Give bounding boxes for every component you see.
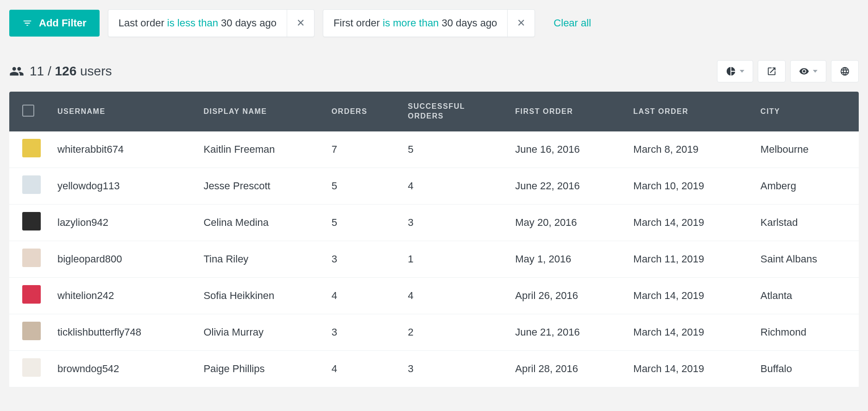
table-header-row: USERNAME DISPLAY NAME ORDERS SUCCESSFUL … xyxy=(9,92,859,131)
avatar xyxy=(22,139,41,157)
cell-city: Melbourne xyxy=(752,131,859,168)
filter-chip-text: Last order is less than 30 days ago xyxy=(108,10,287,37)
visibility-button[interactable] xyxy=(790,60,826,82)
add-filter-button[interactable]: Add Filter xyxy=(9,10,100,37)
table-row[interactable]: whiterabbit674Kaitlin Freeman75June 16, … xyxy=(9,131,859,168)
users-total-count: 126 xyxy=(55,64,77,78)
cell-city: Amberg xyxy=(752,168,859,204)
cell-first-order: June 22, 2016 xyxy=(507,168,625,204)
chart-view-button[interactable] xyxy=(717,60,753,82)
filter-icon xyxy=(22,18,32,28)
cell-first-order: May 20, 2016 xyxy=(507,204,625,241)
column-header-last-order[interactable]: LAST ORDER xyxy=(625,92,752,131)
cell-orders: 5 xyxy=(323,204,400,241)
cell-last-order: March 8, 2019 xyxy=(625,131,752,168)
column-header-username[interactable]: USERNAME xyxy=(49,92,195,131)
users-suffix: users xyxy=(80,64,112,78)
chevron-down-icon xyxy=(740,70,744,73)
cell-successful-orders: 3 xyxy=(400,204,507,241)
avatar xyxy=(22,249,41,267)
filter-chip-close-button[interactable]: ✕ xyxy=(287,18,314,28)
cell-username: whiterabbit674 xyxy=(49,131,195,168)
cell-city: Richmond xyxy=(752,314,859,350)
column-header-orders[interactable]: ORDERS xyxy=(323,92,400,131)
cell-last-order: March 14, 2019 xyxy=(625,314,752,350)
cell-first-order: May 1, 2016 xyxy=(507,241,625,277)
clear-all-button[interactable]: Clear all xyxy=(551,17,594,30)
cell-successful-orders: 1 xyxy=(400,241,507,277)
cell-successful-orders: 4 xyxy=(400,277,507,314)
users-shown-count: 11 xyxy=(30,64,44,78)
export-icon xyxy=(767,66,777,76)
cell-first-order: April 28, 2016 xyxy=(507,350,625,387)
cell-username: bigleopard800 xyxy=(49,241,195,277)
close-icon: ✕ xyxy=(517,17,525,29)
cell-display-name: Olivia Murray xyxy=(195,314,323,350)
select-all-checkbox[interactable] xyxy=(22,105,34,117)
cell-orders: 4 xyxy=(323,277,400,314)
column-header-successful-orders[interactable]: SUCCESSFUL ORDERS xyxy=(400,92,507,131)
cell-last-order: March 14, 2019 xyxy=(625,204,752,241)
column-header-display-name[interactable]: DISPLAY NAME xyxy=(195,92,323,131)
table-row[interactable]: bigleopard800Tina Riley31May 1, 2016Marc… xyxy=(9,241,859,277)
table-row[interactable]: browndog542Paige Phillips43April 28, 201… xyxy=(9,350,859,387)
cell-last-order: March 14, 2019 xyxy=(625,277,752,314)
cell-display-name: Jesse Prescott xyxy=(195,168,323,204)
cell-orders: 7 xyxy=(323,131,400,168)
cell-orders: 3 xyxy=(323,241,400,277)
cell-display-name: Tina Riley xyxy=(195,241,323,277)
filter-chip-close-button[interactable]: ✕ xyxy=(508,18,535,28)
cell-orders: 4 xyxy=(323,350,400,387)
count-row: 11 / 126 users xyxy=(9,60,859,82)
cell-display-name: Celina Medina xyxy=(195,204,323,241)
avatar xyxy=(22,212,41,230)
cell-display-name: Paige Phillips xyxy=(195,350,323,387)
cell-display-name: Kaitlin Freeman xyxy=(195,131,323,168)
users-table: USERNAME DISPLAY NAME ORDERS SUCCESSFUL … xyxy=(9,92,859,387)
cell-orders: 3 xyxy=(323,314,400,350)
cell-successful-orders: 5 xyxy=(400,131,507,168)
chevron-down-icon xyxy=(813,70,818,73)
avatar xyxy=(22,322,41,340)
avatar xyxy=(22,175,41,194)
filter-chip-last-order[interactable]: Last order is less than 30 days ago ✕ xyxy=(108,9,314,37)
filter-bar: Add Filter Last order is less than 30 da… xyxy=(9,9,859,37)
cell-successful-orders: 2 xyxy=(400,314,507,350)
cell-username: whitelion242 xyxy=(49,277,195,314)
cell-city: Buffalo xyxy=(752,350,859,387)
avatar xyxy=(22,358,41,377)
cell-username: browndog542 xyxy=(49,350,195,387)
cell-successful-orders: 3 xyxy=(400,350,507,387)
cell-last-order: March 11, 2019 xyxy=(625,241,752,277)
pie-chart-icon xyxy=(726,66,736,76)
cell-city: Atlanta xyxy=(752,277,859,314)
column-header-city[interactable]: CITY xyxy=(752,92,859,131)
add-filter-label: Add Filter xyxy=(39,17,87,29)
cell-last-order: March 10, 2019 xyxy=(625,168,752,204)
cell-city: Karlstad xyxy=(752,204,859,241)
users-icon xyxy=(9,64,24,79)
cell-display-name: Sofia Heikkinen xyxy=(195,277,323,314)
table-row[interactable]: whitelion242Sofia Heikkinen44April 26, 2… xyxy=(9,277,859,314)
eye-icon xyxy=(799,66,809,76)
cell-successful-orders: 4 xyxy=(400,168,507,204)
cell-last-order: March 14, 2019 xyxy=(625,350,752,387)
cell-username: ticklishbutterfly748 xyxy=(49,314,195,350)
cell-first-order: June 16, 2016 xyxy=(507,131,625,168)
filter-chip-first-order[interactable]: First order is more than 30 days ago ✕ xyxy=(323,9,535,37)
table-row[interactable]: yellowdog113Jesse Prescott54June 22, 201… xyxy=(9,168,859,204)
avatar xyxy=(22,285,41,304)
cell-orders: 5 xyxy=(323,168,400,204)
cell-username: yellowdog113 xyxy=(49,168,195,204)
table-row[interactable]: lazylion942Celina Medina53May 20, 2016Ma… xyxy=(9,204,859,241)
cell-city: Saint Albans xyxy=(752,241,859,277)
table-row[interactable]: ticklishbutterfly748Olivia Murray32June … xyxy=(9,314,859,350)
cell-first-order: June 21, 2016 xyxy=(507,314,625,350)
cell-first-order: April 26, 2016 xyxy=(507,277,625,314)
column-header-first-order[interactable]: FIRST ORDER xyxy=(507,92,625,131)
filter-chip-text: First order is more than 30 days ago xyxy=(323,10,508,37)
action-buttons xyxy=(717,60,859,82)
globe-button[interactable] xyxy=(831,60,859,82)
export-button[interactable] xyxy=(758,60,786,82)
close-icon: ✕ xyxy=(296,17,305,29)
